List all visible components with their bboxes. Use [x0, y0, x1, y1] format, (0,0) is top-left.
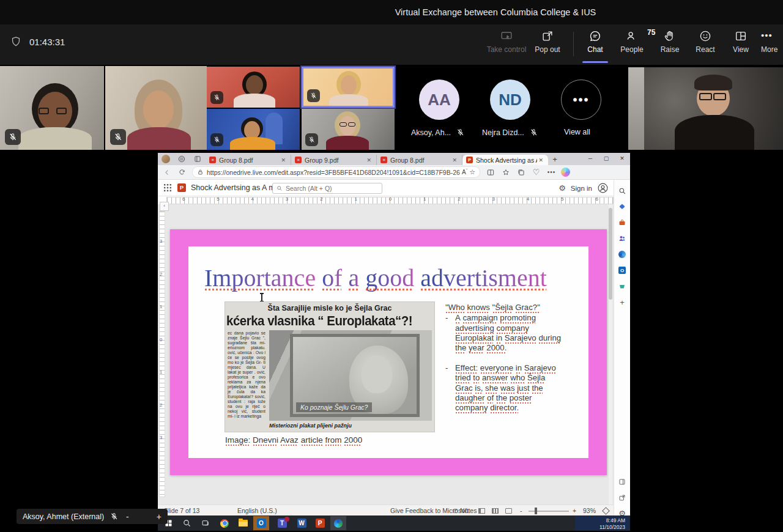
browser-essentials-icon[interactable]: ♡: [531, 167, 541, 177]
zoom-slider-thumb[interactable]: [535, 508, 537, 514]
sidebar-search-icon[interactable]: [617, 186, 627, 196]
zoom-out-button[interactable]: -: [126, 512, 129, 522]
zoom-out-button[interactable]: -: [520, 507, 522, 514]
video-tile-participant-6[interactable]: [302, 109, 395, 150]
mic-muted-icon: [110, 129, 126, 145]
video-tile-participant-1[interactable]: [0, 66, 104, 150]
sidebar-add-icon[interactable]: +: [617, 297, 627, 307]
taskbar-powerpoint-icon[interactable]: P: [312, 516, 328, 530]
sidebar-outlook-icon[interactable]: O: [617, 265, 627, 275]
video-tile-participant-2[interactable]: [105, 66, 207, 150]
view-button[interactable]: View: [723, 29, 759, 61]
notes-button[interactable]: Notes: [453, 507, 477, 514]
video-tile-participant-4-active[interactable]: [302, 67, 395, 108]
teams-icon[interactable]: T: [274, 516, 290, 530]
profile-avatar-icon[interactable]: [161, 155, 170, 163]
fit-slide-icon[interactable]: [602, 507, 610, 515]
browser-tab-strip: ≡ Group 8.pdf ✕ ≡ Group 9.pdf ✕ ≡ Group …: [158, 153, 630, 165]
zoom-in-button[interactable]: +: [573, 507, 576, 514]
slide[interactable]: Importance of a good advertisment Šta Sa…: [170, 229, 607, 475]
video-tile-participant-3[interactable]: [207, 67, 300, 108]
account-icon[interactable]: [597, 182, 609, 194]
poster-woman-face: [362, 355, 392, 393]
slide-title[interactable]: Importance of a good advertisment: [204, 264, 547, 292]
word-icon[interactable]: W: [294, 516, 310, 530]
edge-icon[interactable]: [330, 516, 346, 530]
avatar-nejra[interactable]: ND: [490, 79, 530, 120]
file-explorer-icon[interactable]: [235, 516, 251, 530]
browser-tab-2[interactable]: ≡ Group 9.pdf ✕: [291, 155, 377, 165]
chat-button[interactable]: Chat: [577, 29, 613, 61]
windows-taskbar: O T W P 8:49 AM 11/10/2023: [158, 515, 630, 531]
bullet-dash: -: [445, 363, 455, 413]
tab-close-icon[interactable]: ✕: [451, 157, 458, 163]
avatar-aksoy[interactable]: AA: [419, 79, 459, 120]
vertical-tabs-icon[interactable]: [193, 155, 202, 163]
gear-icon[interactable]: ⚙: [558, 183, 566, 193]
favorite-star-icon[interactable]: ☆: [469, 168, 475, 176]
raise-hand-button[interactable]: Raise: [652, 29, 688, 61]
favorites-icon[interactable]: [500, 167, 511, 177]
task-view-icon[interactable]: [197, 516, 213, 530]
browser-tab-active[interactable]: P Shock Advertsing as A means to ✕: [462, 155, 548, 165]
participant-face: [143, 91, 174, 128]
copilot-icon[interactable]: [561, 168, 570, 177]
taskbar-clock[interactable]: 8:49 AM 11/10/2023: [575, 515, 630, 531]
tab-actions-icon[interactable]: [177, 155, 186, 163]
view-all-avatar[interactable]: •••: [561, 79, 601, 120]
slideshow-button[interactable]: [505, 508, 512, 514]
url-omnibox[interactable]: https://onedrive.live.com/edit.aspx?resi…: [192, 166, 480, 178]
slide-text-column[interactable]: "Who knows "Šejla Grac?" - A campaign pr…: [445, 303, 562, 413]
sign-in-label[interactable]: Sign in: [571, 185, 592, 192]
slide-sorter-button[interactable]: [492, 508, 499, 514]
ppt-search-box[interactable]: Search (Alt + Q): [272, 183, 382, 194]
new-tab-button[interactable]: +: [548, 155, 562, 165]
sidebar-shopping-icon[interactable]: [617, 202, 627, 212]
newspaper-clipping-image[interactable]: Šta Sarajlije misle ko je Šejla Grac kće…: [225, 302, 434, 432]
take-control-button[interactable]: Take control: [483, 29, 530, 61]
normal-view-button[interactable]: [478, 508, 485, 514]
browser-tab-3[interactable]: ≡ Group 8.pdf ✕: [377, 155, 462, 165]
sidebar-people-icon[interactable]: [617, 234, 627, 243]
collapse-panel-button[interactable]: ‹: [160, 202, 169, 211]
close-button[interactable]: ✕: [614, 153, 630, 164]
image-source-caption[interactable]: Image: Dnevni Avaz article from 2000: [225, 435, 362, 445]
taskbar-search-icon[interactable]: [179, 516, 195, 530]
settings-more-icon[interactable]: •••: [546, 167, 557, 177]
refresh-icon[interactable]: [177, 167, 187, 177]
browser-tab-1[interactable]: ≡ Group 8.pdf ✕: [206, 155, 291, 165]
tab-close-icon[interactable]: ✕: [365, 157, 373, 163]
pop-out-button[interactable]: Pop out: [530, 29, 565, 61]
slide-number-status[interactable]: Slide 7 of 13: [164, 507, 199, 514]
sidebar-drop-icon[interactable]: [617, 281, 627, 291]
collections-icon[interactable]: [516, 167, 526, 177]
read-aloud-icon[interactable]: Aˇ: [462, 168, 467, 175]
pop-out-icon: [541, 29, 554, 43]
app-launcher-icon[interactable]: [164, 184, 171, 191]
maximize-button[interactable]: ▢: [598, 153, 614, 164]
tab-close-icon[interactable]: ✕: [537, 157, 544, 163]
people-label: People: [620, 45, 643, 54]
language-status[interactable]: English (U.S.): [237, 507, 277, 514]
zoom-in-button[interactable]: +: [157, 512, 161, 522]
open-external-icon[interactable]: [617, 493, 627, 503]
split-screen-icon[interactable]: [485, 167, 495, 177]
video-tile-participant-5[interactable]: [207, 109, 300, 150]
tab-close-icon[interactable]: ✕: [280, 157, 287, 163]
sidebar-panel-icon[interactable]: [617, 477, 627, 487]
scrollbar-thumb[interactable]: [609, 208, 612, 300]
more-button[interactable]: ••• More: [759, 29, 783, 61]
sidebar-designer-icon[interactable]: [617, 249, 627, 259]
view-all-label[interactable]: View all: [564, 128, 590, 136]
people-button[interactable]: 75 People: [614, 29, 650, 61]
zoom-level[interactable]: 93%: [583, 507, 596, 514]
chrome-icon[interactable]: [217, 516, 232, 530]
lock-icon: [197, 169, 204, 175]
sidebar-office-icon[interactable]: [617, 218, 627, 227]
minimize-button[interactable]: ─: [582, 153, 598, 164]
bullet-item: - A campaign promoting advertising compa…: [445, 313, 562, 353]
react-button[interactable]: React: [688, 29, 723, 61]
outlook-icon[interactable]: O: [253, 516, 269, 530]
video-tile-participant-right[interactable]: [628, 67, 783, 150]
back-icon[interactable]: [161, 167, 172, 177]
